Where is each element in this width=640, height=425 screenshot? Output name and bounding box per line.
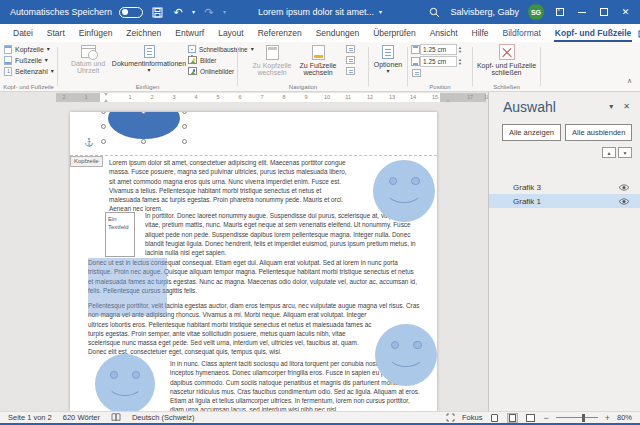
send-backward-icon[interactable]: ▼ [618,147,632,158]
smiley-graphic[interactable] [375,324,437,386]
zoom-slider[interactable] [556,417,598,418]
ruler-number: 1 [128,93,131,102]
pictures-button[interactable]: Bilder [188,55,216,65]
date-time-button[interactable]: Datum und Uhrzeit [66,45,110,74]
spin-down-icon[interactable]: ▼ [458,62,462,66]
zoom-slider-knob[interactable] [582,414,585,422]
toggle-knob [122,9,128,15]
ruler-number: 10 [324,93,330,102]
proofing-icon[interactable] [111,413,121,422]
word-count[interactable]: 620 Wörter [63,413,100,422]
tab-start[interactable]: Start [40,24,72,42]
save-icon[interactable] [150,5,164,19]
resize-handle[interactable] [101,139,106,144]
tab-datei[interactable]: Datei [6,24,40,42]
tab-sendungen[interactable]: Sendungen [309,24,367,42]
tab-layout[interactable]: Layout [211,24,251,42]
online-pictures-button[interactable]: Onlinebilder [188,66,234,76]
zoom-level[interactable]: 80% [617,413,632,422]
close-header-footer-button[interactable]: Kopf- und Fußzeile schließen [475,44,538,76]
print-layout-icon[interactable] [507,413,518,423]
visibility-eye-icon[interactable] [618,197,630,206]
user-name[interactable]: Salvisberg, Gaby [450,7,519,17]
resize-handle[interactable] [101,112,106,114]
resize-handle[interactable] [141,139,146,144]
smiley-graphic-grafik-3[interactable] [95,354,155,411]
header-position-icon [411,45,420,54]
search-icon[interactable] [427,5,441,19]
zoom-in-icon[interactable]: + [605,414,610,422]
show-all-button[interactable]: Alle anzeigen [502,124,561,141]
next-section-icon[interactable] [346,56,355,64]
list-item-grafik-1[interactable]: Grafik 1 [489,194,640,208]
horizontal-ruler[interactable]: 211234567891011121314151718 [0,92,488,103]
tab-hilfe[interactable]: Hilfe [465,24,496,42]
paragraph-header[interactable]: Lorem ipsum dolor sit amet, consectetuer… [109,158,352,214]
paragraph[interactable]: In porttitor. Donec laoreet nonummy augu… [88,211,420,257]
previous-section-icon[interactable] [346,45,355,53]
tab-bildformat[interactable]: Bildformat [496,24,548,42]
collapse-ribbon-icon[interactable]: ∧ [627,77,632,85]
document-info-button[interactable]: Dokumentinformationen▾ [110,45,188,73]
tab-zeichnen[interactable]: Zeichnen [119,24,168,42]
alignment-tab-icon[interactable] [412,69,421,77]
resize-handle[interactable] [182,124,187,129]
list-item-grafik-3[interactable]: Grafik 3 [489,180,640,194]
footer-position-icon [411,57,420,66]
page-number-button[interactable]: Seitenzahl▾ [4,66,54,76]
ribbon-display-options-icon[interactable]: ^ [553,6,566,19]
document-page[interactable]: Kopfzeile ⚓ Lorem ipsum dolor sit amet, … [70,112,437,411]
redo-icon[interactable]: ↷ [202,5,216,19]
zoom-out-icon[interactable]: − [543,414,548,422]
resize-handle[interactable] [101,124,106,129]
pane-close-icon[interactable]: ✕ [623,102,630,111]
autosave-toggle[interactable] [119,7,143,18]
minimize-icon[interactable] [575,6,588,19]
footer-button[interactable]: Fußzeile▾ [4,55,48,65]
indent-markers[interactable] [104,93,109,102]
focus-button[interactable]: Fokus [462,413,482,422]
options-button[interactable]: Optionen▾ [371,45,405,74]
link-to-previous-icon[interactable] [346,67,355,75]
page-info[interactable]: Seite 1 von 2 [8,413,52,422]
footer-position-field[interactable]: 1.25 cm▲▼ [411,56,462,67]
spin-down-icon[interactable]: ▼ [458,50,462,54]
goto-header-button[interactable]: Zu Kopfzeile wechseln [250,45,294,76]
tab-kopf-und-fusszeile[interactable]: Kopf- und Fußzeile [548,24,639,42]
tab-ansicht[interactable]: Ansicht [423,24,465,42]
tab-einfuegen[interactable]: Einfügen [72,24,120,42]
resize-handle[interactable] [182,112,187,114]
visibility-eye-icon[interactable] [618,183,630,192]
maximize-icon[interactable] [597,6,610,19]
pane-options-icon[interactable]: ▾ [609,102,613,111]
resize-handle[interactable] [182,139,187,144]
tab-referenzen[interactable]: Referenzen [251,24,309,42]
right-margin-marker[interactable] [446,93,450,102]
web-layout-icon[interactable] [525,413,536,423]
ruler-number: 4 [194,93,197,102]
document-canvas[interactable]: 211234567891011121314151718 Kopfzeile ⚓ [0,92,488,411]
tab-entwurf[interactable]: Entwurf [168,24,211,42]
read-mode-icon[interactable] [489,413,500,423]
tab-ueberpruefen[interactable]: Überprüfen [366,24,423,42]
undo-icon[interactable]: ↶ [171,5,185,19]
bring-forward-icon[interactable]: ▲ [602,147,616,158]
smiley-graphic[interactable] [373,160,435,222]
ruler-number: 8 [282,93,285,102]
customize-qat-icon[interactable]: ▾ [223,9,226,15]
group-position: 1.25 cm▲▼ 1.25 cm▲▼ Position [408,42,472,92]
ruler-number: 14 [410,93,416,102]
close-icon[interactable]: ✕ [619,6,632,19]
document-title-area[interactable]: Lorem ipsum dolor sit amet... ▾ [258,7,382,17]
language[interactable]: Deutsch (Schweiz) [132,413,195,422]
goto-footer-button[interactable]: Zu Fußzeile wechseln [296,45,340,76]
footer-icon [4,56,12,65]
header-button[interactable]: Kopfzeile▾ [4,44,50,54]
avatar[interactable]: SG [528,4,544,20]
selected-shape-grafik-1[interactable] [103,112,185,142]
group-navigation: Zu Kopfzeile wechseln Zu Fußzeile wechse… [238,42,368,92]
undo-dropdown-icon[interactable]: ▾ [192,9,195,15]
header-position-field[interactable]: 1.25 cm▲▼ [411,44,462,55]
hide-all-button[interactable]: Alle ausblenden [565,124,632,141]
text-box-grafik[interactable]: Ein Textfeld [105,212,135,257]
